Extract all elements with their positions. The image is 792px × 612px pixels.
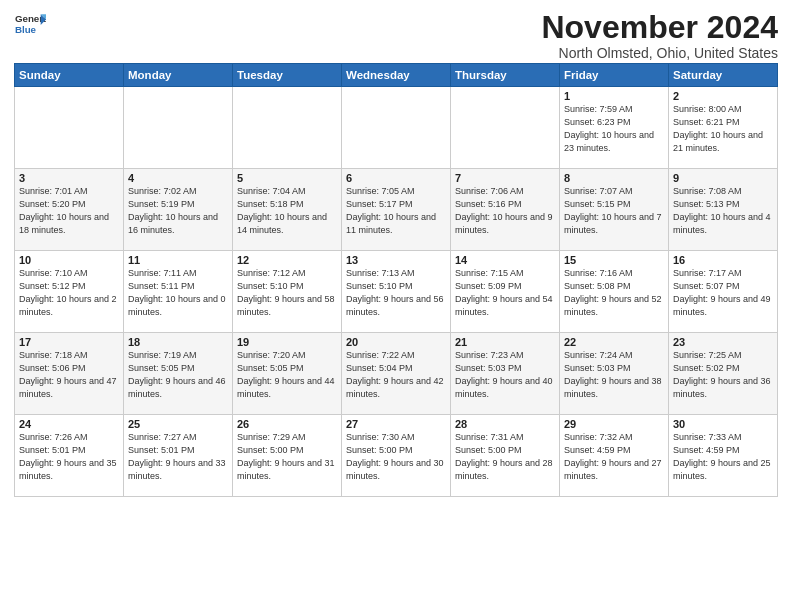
day-number: 6	[346, 172, 446, 184]
day-number: 15	[564, 254, 664, 266]
day-info: Sunrise: 7:29 AM Sunset: 5:00 PM Dayligh…	[237, 431, 337, 483]
day-info: Sunrise: 7:01 AM Sunset: 5:20 PM Dayligh…	[19, 185, 119, 237]
day-number: 25	[128, 418, 228, 430]
col-monday: Monday	[124, 64, 233, 87]
calendar-cell: 28Sunrise: 7:31 AM Sunset: 5:00 PM Dayli…	[451, 415, 560, 497]
logo: General Blue	[14, 10, 46, 38]
calendar-cell: 20Sunrise: 7:22 AM Sunset: 5:04 PM Dayli…	[342, 333, 451, 415]
calendar-cell: 14Sunrise: 7:15 AM Sunset: 5:09 PM Dayli…	[451, 251, 560, 333]
col-tuesday: Tuesday	[233, 64, 342, 87]
day-info: Sunrise: 7:27 AM Sunset: 5:01 PM Dayligh…	[128, 431, 228, 483]
day-number: 20	[346, 336, 446, 348]
day-info: Sunrise: 7:22 AM Sunset: 5:04 PM Dayligh…	[346, 349, 446, 401]
calendar-cell: 2Sunrise: 8:00 AM Sunset: 6:21 PM Daylig…	[669, 87, 778, 169]
calendar-cell: 30Sunrise: 7:33 AM Sunset: 4:59 PM Dayli…	[669, 415, 778, 497]
calendar-cell: 29Sunrise: 7:32 AM Sunset: 4:59 PM Dayli…	[560, 415, 669, 497]
day-info: Sunrise: 7:26 AM Sunset: 5:01 PM Dayligh…	[19, 431, 119, 483]
day-info: Sunrise: 7:23 AM Sunset: 5:03 PM Dayligh…	[455, 349, 555, 401]
header-row: Sunday Monday Tuesday Wednesday Thursday…	[15, 64, 778, 87]
day-number: 1	[564, 90, 664, 102]
col-friday: Friday	[560, 64, 669, 87]
day-number: 10	[19, 254, 119, 266]
calendar-cell: 9Sunrise: 7:08 AM Sunset: 5:13 PM Daylig…	[669, 169, 778, 251]
calendar-cell: 5Sunrise: 7:04 AM Sunset: 5:18 PM Daylig…	[233, 169, 342, 251]
day-number: 13	[346, 254, 446, 266]
day-number: 22	[564, 336, 664, 348]
day-info: Sunrise: 7:19 AM Sunset: 5:05 PM Dayligh…	[128, 349, 228, 401]
day-info: Sunrise: 7:20 AM Sunset: 5:05 PM Dayligh…	[237, 349, 337, 401]
day-info: Sunrise: 7:10 AM Sunset: 5:12 PM Dayligh…	[19, 267, 119, 319]
day-info: Sunrise: 7:05 AM Sunset: 5:17 PM Dayligh…	[346, 185, 446, 237]
day-number: 23	[673, 336, 773, 348]
calendar-cell: 25Sunrise: 7:27 AM Sunset: 5:01 PM Dayli…	[124, 415, 233, 497]
calendar-cell: 15Sunrise: 7:16 AM Sunset: 5:08 PM Dayli…	[560, 251, 669, 333]
calendar-cell	[451, 87, 560, 169]
day-number: 18	[128, 336, 228, 348]
day-info: Sunrise: 7:07 AM Sunset: 5:15 PM Dayligh…	[564, 185, 664, 237]
calendar-cell: 3Sunrise: 7:01 AM Sunset: 5:20 PM Daylig…	[15, 169, 124, 251]
col-wednesday: Wednesday	[342, 64, 451, 87]
calendar-week-1: 3Sunrise: 7:01 AM Sunset: 5:20 PM Daylig…	[15, 169, 778, 251]
calendar-cell: 7Sunrise: 7:06 AM Sunset: 5:16 PM Daylig…	[451, 169, 560, 251]
calendar-week-2: 10Sunrise: 7:10 AM Sunset: 5:12 PM Dayli…	[15, 251, 778, 333]
calendar-cell: 19Sunrise: 7:20 AM Sunset: 5:05 PM Dayli…	[233, 333, 342, 415]
day-number: 5	[237, 172, 337, 184]
calendar-week-0: 1Sunrise: 7:59 AM Sunset: 6:23 PM Daylig…	[15, 87, 778, 169]
calendar-cell	[124, 87, 233, 169]
svg-text:Blue: Blue	[15, 24, 37, 35]
calendar-week-3: 17Sunrise: 7:18 AM Sunset: 5:06 PM Dayli…	[15, 333, 778, 415]
calendar-cell: 16Sunrise: 7:17 AM Sunset: 5:07 PM Dayli…	[669, 251, 778, 333]
calendar-cell: 4Sunrise: 7:02 AM Sunset: 5:19 PM Daylig…	[124, 169, 233, 251]
calendar-cell: 27Sunrise: 7:30 AM Sunset: 5:00 PM Dayli…	[342, 415, 451, 497]
day-number: 11	[128, 254, 228, 266]
calendar-cell: 24Sunrise: 7:26 AM Sunset: 5:01 PM Dayli…	[15, 415, 124, 497]
calendar-cell: 10Sunrise: 7:10 AM Sunset: 5:12 PM Dayli…	[15, 251, 124, 333]
day-number: 7	[455, 172, 555, 184]
calendar-cell: 12Sunrise: 7:12 AM Sunset: 5:10 PM Dayli…	[233, 251, 342, 333]
calendar-cell: 6Sunrise: 7:05 AM Sunset: 5:17 PM Daylig…	[342, 169, 451, 251]
calendar-cell	[15, 87, 124, 169]
day-info: Sunrise: 7:18 AM Sunset: 5:06 PM Dayligh…	[19, 349, 119, 401]
calendar-cell: 13Sunrise: 7:13 AM Sunset: 5:10 PM Dayli…	[342, 251, 451, 333]
day-info: Sunrise: 7:33 AM Sunset: 4:59 PM Dayligh…	[673, 431, 773, 483]
calendar-cell: 18Sunrise: 7:19 AM Sunset: 5:05 PM Dayli…	[124, 333, 233, 415]
day-number: 8	[564, 172, 664, 184]
day-info: Sunrise: 7:04 AM Sunset: 5:18 PM Dayligh…	[237, 185, 337, 237]
day-number: 2	[673, 90, 773, 102]
day-number: 26	[237, 418, 337, 430]
logo-icon: General Blue	[14, 10, 46, 38]
day-number: 12	[237, 254, 337, 266]
calendar-cell: 22Sunrise: 7:24 AM Sunset: 5:03 PM Dayli…	[560, 333, 669, 415]
day-number: 17	[19, 336, 119, 348]
day-info: Sunrise: 7:31 AM Sunset: 5:00 PM Dayligh…	[455, 431, 555, 483]
calendar-cell: 11Sunrise: 7:11 AM Sunset: 5:11 PM Dayli…	[124, 251, 233, 333]
day-number: 27	[346, 418, 446, 430]
day-number: 29	[564, 418, 664, 430]
day-number: 4	[128, 172, 228, 184]
header: General Blue November 2024 North Olmsted…	[14, 10, 778, 61]
calendar-cell: 8Sunrise: 7:07 AM Sunset: 5:15 PM Daylig…	[560, 169, 669, 251]
day-info: Sunrise: 7:17 AM Sunset: 5:07 PM Dayligh…	[673, 267, 773, 319]
day-number: 16	[673, 254, 773, 266]
col-saturday: Saturday	[669, 64, 778, 87]
calendar-week-4: 24Sunrise: 7:26 AM Sunset: 5:01 PM Dayli…	[15, 415, 778, 497]
day-info: Sunrise: 8:00 AM Sunset: 6:21 PM Dayligh…	[673, 103, 773, 155]
page-container: General Blue November 2024 North Olmsted…	[0, 0, 792, 503]
day-info: Sunrise: 7:25 AM Sunset: 5:02 PM Dayligh…	[673, 349, 773, 401]
day-info: Sunrise: 7:13 AM Sunset: 5:10 PM Dayligh…	[346, 267, 446, 319]
day-number: 28	[455, 418, 555, 430]
calendar-cell: 21Sunrise: 7:23 AM Sunset: 5:03 PM Dayli…	[451, 333, 560, 415]
col-sunday: Sunday	[15, 64, 124, 87]
month-title: November 2024	[541, 10, 778, 45]
calendar-cell	[233, 87, 342, 169]
day-number: 9	[673, 172, 773, 184]
calendar-cell: 1Sunrise: 7:59 AM Sunset: 6:23 PM Daylig…	[560, 87, 669, 169]
location: North Olmsted, Ohio, United States	[541, 45, 778, 61]
day-number: 14	[455, 254, 555, 266]
day-info: Sunrise: 7:08 AM Sunset: 5:13 PM Dayligh…	[673, 185, 773, 237]
day-number: 3	[19, 172, 119, 184]
day-info: Sunrise: 7:59 AM Sunset: 6:23 PM Dayligh…	[564, 103, 664, 155]
day-info: Sunrise: 7:16 AM Sunset: 5:08 PM Dayligh…	[564, 267, 664, 319]
day-info: Sunrise: 7:15 AM Sunset: 5:09 PM Dayligh…	[455, 267, 555, 319]
calendar-cell: 23Sunrise: 7:25 AM Sunset: 5:02 PM Dayli…	[669, 333, 778, 415]
